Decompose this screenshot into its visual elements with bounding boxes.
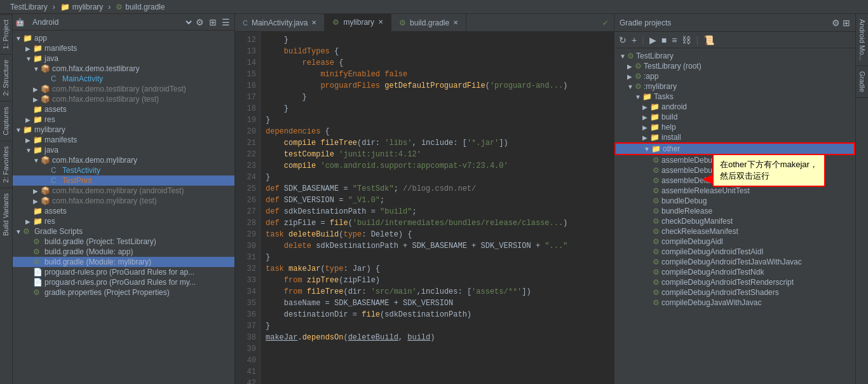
tree-item-res[interactable]: ▶ 📁 res xyxy=(13,114,234,125)
close-buildgradle[interactable]: ✕ xyxy=(453,19,458,26)
gradle-task-compileDebugAndroidTestJavaWithJavac[interactable]: ⚙ compileDebugAndroidTestJavaWithJavac xyxy=(614,257,855,267)
tree-item-mainactivity[interactable]: C MainActivity xyxy=(13,74,234,84)
tree-item-mylibrary-androidtest[interactable]: ▶ 📦 com.hfax.demo.mylibrary (androidTest… xyxy=(13,186,234,196)
tree-item-assets2[interactable]: 📁 assets xyxy=(13,206,234,216)
tab-buildgradle[interactable]: ⚙ build.gradle ✕ xyxy=(391,14,466,32)
task-icon-10: ⚙ xyxy=(653,247,660,256)
arrow-manifests2: ▶ xyxy=(25,137,33,144)
close-mainactivity[interactable]: ✕ xyxy=(311,19,316,26)
task-icon-15: ⚙ xyxy=(653,298,660,307)
gradle-other[interactable]: ▼ 📁 other xyxy=(614,142,855,155)
tree-item-java[interactable]: ▼ 📁 java xyxy=(13,53,234,64)
gradle-task-bundleRelease[interactable]: ⚙ bundleRelease xyxy=(614,206,855,216)
tab-project[interactable]: 1: Project xyxy=(0,14,12,54)
close-mylibrary[interactable]: ✕ xyxy=(378,18,383,25)
tab-build-variants[interactable]: Build Variants xyxy=(0,188,12,241)
tab-android-model[interactable]: Android Mo... xyxy=(856,14,868,66)
gradle-task-compileDebugAndroidTestAidl[interactable]: ⚙ compileDebugAndroidTestAidl xyxy=(614,247,855,257)
gradle-task-checkReleaseManifest[interactable]: ⚙ checkReleaseManifest xyxy=(614,226,855,237)
tree-item-com-mylibrary[interactable]: ▼ 📦 com.hfax.demo.mylibrary xyxy=(13,155,234,165)
tab-mainactivity[interactable]: C MainActivity.java ✕ xyxy=(235,14,325,32)
gradle-task-compileDebugAndroidTestShaders[interactable]: ⚙ compileDebugAndroidTestShaders xyxy=(614,287,855,298)
annotation-text: 在other下方有个makejar，然后双击运行 xyxy=(720,160,818,181)
sync-icon[interactable]: ⚙ xyxy=(194,17,206,28)
gradle-root-icon: ⚙ xyxy=(635,62,642,71)
tree-item-mylibrary-test[interactable]: ▶ 📦 com.hfax.demo.mylibrary (test) xyxy=(13,196,234,206)
app-icon: 📁 xyxy=(23,34,33,43)
gradle-refresh-icon[interactable]: ↻ xyxy=(617,34,628,46)
tree-item-build-app[interactable]: ⚙ build.gradle (Module: app) xyxy=(13,247,234,257)
title-item-3[interactable]: ⚙ build.gradle xyxy=(111,1,170,13)
tree-item-proguard-app[interactable]: 📄 proguard-rules.pro (ProGuard Rules for… xyxy=(13,267,234,277)
tree-item-testprint[interactable]: C TestPrint xyxy=(13,175,234,186)
gradle-panel: Gradle projects ⚙ ⊞ ↻ + | ▶ ■ ≡ ⛓ | 📜 xyxy=(614,14,855,384)
tree-item-proguard-my[interactable]: 📄 proguard-rules.pro (ProGuard Rules for… xyxy=(13,277,234,287)
gradle-android[interactable]: ▶ 📁 android xyxy=(614,102,855,112)
tree-item-manifests2[interactable]: ▶ 📁 manifests xyxy=(13,135,234,145)
gradle-link-icon[interactable]: ⛓ xyxy=(680,34,693,46)
tree-item-testactivity[interactable]: C TestActivity xyxy=(13,165,234,175)
tree-item-gradle-properties[interactable]: ⚙ gradle.properties (Project Properties) xyxy=(13,287,234,298)
title-item-1[interactable]: TestLibrary xyxy=(5,1,53,13)
arrow-com-testlibrary: ▼ xyxy=(33,65,41,72)
tab-captures[interactable]: Captures xyxy=(0,101,12,141)
gradle-stop-icon[interactable]: ■ xyxy=(660,34,668,46)
tree-item-java2[interactable]: ▼ 📁 java xyxy=(13,145,234,155)
gradle-script-icon[interactable]: 📜 xyxy=(702,34,716,46)
gradle-app[interactable]: ▶ ⚙ :app xyxy=(614,71,855,81)
gradle-task-compileDebugAidl[interactable]: ⚙ compileDebugAidl xyxy=(614,237,855,247)
mylibrary-test-icon: 📦 xyxy=(41,196,51,205)
gradle-testlibrary[interactable]: ▼ ⚙ TestLibrary xyxy=(614,51,855,61)
tree-item-res2[interactable]: ▶ 📁 res xyxy=(13,216,234,226)
gradle-task-checkDebugManifest[interactable]: ⚙ checkDebugManifest xyxy=(614,216,855,226)
tree-item-build-project[interactable]: ⚙ build.gradle (Project: TestLibrary) xyxy=(13,237,234,247)
tree-item-manifests[interactable]: ▶ 📁 manifests xyxy=(13,43,234,53)
arrow-mylibrary-androidtest: ▶ xyxy=(33,188,41,195)
gradle-help-label: help xyxy=(661,123,676,132)
gradle-build[interactable]: ▶ 📁 build xyxy=(614,112,855,122)
tree-item-build-mylibrary[interactable]: ⚙ build.gradle (Module: mylibrary) xyxy=(13,257,234,267)
tree-item-test[interactable]: ▶ 📦 com.hfax.demo.testlibrary (test) xyxy=(13,94,234,104)
gradle-task-assembleReleaseUnitTest[interactable]: ⚙ assembleReleaseUnitTest xyxy=(614,186,855,196)
gradle-expand-icon[interactable]: ⊞ xyxy=(843,18,850,28)
tree-item-androidtest[interactable]: ▶ 📦 com.hfax.demo.testlibrary (androidTe… xyxy=(13,84,234,94)
title-item-2[interactable]: 📁 mylibrary xyxy=(55,1,109,13)
task-icon-4: ⚙ xyxy=(653,186,660,195)
gradle-settings-icon[interactable]: ⚙ xyxy=(832,18,840,28)
gradle-task-compileDebugJavaWithJavac[interactable]: ⚙ compileDebugJavaWithJavac xyxy=(614,298,855,308)
task-label-5: bundleDebug xyxy=(661,196,707,205)
tree-item-gradle-scripts[interactable]: ▼ ⚙ Gradle Scripts xyxy=(13,226,234,237)
gradle-build-label: build xyxy=(661,113,677,121)
gradle-testlibrary-root[interactable]: ▶ ⚙ TestLibrary (root) xyxy=(614,61,855,71)
expand-icon[interactable]: ⊞ xyxy=(207,17,219,28)
gradle-install-label: install xyxy=(661,133,681,142)
gradle-toggle-icon[interactable]: ≡ xyxy=(670,34,679,46)
arrow-java: ▼ xyxy=(25,55,33,62)
project-view-select[interactable]: Android Project xyxy=(27,16,194,29)
code-content[interactable]: } buildTypes { release { minifyEnabled f… xyxy=(261,32,614,384)
gradle-install[interactable]: ▶ 📁 install xyxy=(614,132,855,142)
gradle-run-icon[interactable]: ▶ xyxy=(648,34,658,46)
gradle-add-icon[interactable]: + xyxy=(630,34,639,46)
gradle-task-compileDebugAndroidTestRenderscript[interactable]: ⚙ compileDebugAndroidTestRenderscript xyxy=(614,277,855,287)
tab-mylibrary[interactable]: ⚙ mylibrary ✕ xyxy=(325,14,391,32)
gradle-task-bundleDebug[interactable]: ⚙ bundleDebug xyxy=(614,196,855,206)
tree-item-com-testlibrary[interactable]: ▼ 📦 com.hfax.demo.testlibrary xyxy=(13,64,234,74)
gradle-task-compileDebugAndroidTestNdk[interactable]: ⚙ compileDebugAndroidTestNdk xyxy=(614,267,855,277)
gradle-mylibrary-arrow: ▼ xyxy=(627,83,635,90)
settings-icon[interactable]: ☰ xyxy=(220,17,232,28)
tab-gradle[interactable]: Gradle xyxy=(856,66,868,98)
tab-favorites[interactable]: 2: Favorites xyxy=(0,141,12,188)
task-label-10: compileDebugAndroidTestAidl xyxy=(661,247,763,256)
tree-item-mylibrary[interactable]: ▼ 📁 mylibrary xyxy=(13,125,234,135)
task-label-14: compileDebugAndroidTestShaders xyxy=(661,288,779,297)
annotation-balloon: 在other下方有个makejar，然后双击运行 xyxy=(712,154,825,187)
tree-item-assets[interactable]: 📁 assets xyxy=(13,104,234,114)
gradle-tasks[interactable]: ▼ 📁 Tasks xyxy=(614,92,855,102)
folder-icon-2: 📁 xyxy=(60,3,70,11)
tree-item-app[interactable]: ▼ 📁 app xyxy=(13,33,234,43)
gradle-help[interactable]: ▶ 📁 help xyxy=(614,122,855,132)
gradle-mylibrary[interactable]: ▼ ⚙ :mylibrary xyxy=(614,81,855,92)
gradle-other-label: other xyxy=(663,144,680,153)
tab-structure[interactable]: 2: Structure xyxy=(0,54,12,101)
